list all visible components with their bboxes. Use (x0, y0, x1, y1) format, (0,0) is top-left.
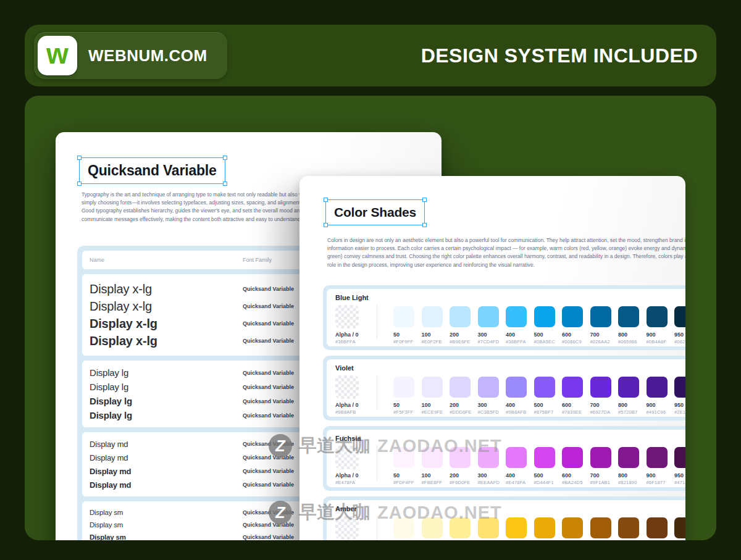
shade-hex: #0086C9 (562, 339, 590, 345)
color-swatch (506, 517, 527, 538)
alpha-label: Alpha / 0 (335, 472, 369, 479)
alpha-swatch (335, 375, 359, 399)
shade-cell: 300#7CD4FD (478, 305, 506, 345)
shade-cell: 200#B9E6FE (450, 305, 478, 345)
shade-step: 600 (562, 472, 590, 479)
selection-handle[interactable] (324, 223, 328, 227)
shade-cell: 500#875BF7 (534, 375, 563, 415)
shade-step: 700 (590, 472, 619, 479)
shade-step: 200 (450, 332, 478, 338)
selection-handle[interactable] (324, 198, 328, 202)
shade-hex: #DDD6FE (450, 409, 478, 415)
shade-cell: 400#36BFFA (506, 305, 534, 345)
shade-step: 800 (618, 332, 647, 338)
shade-cell: 100#E0F2FE (422, 305, 450, 345)
color-swatch (478, 447, 499, 468)
shade-hex: #2E125E (674, 409, 685, 415)
alpha-label: Alpha / 0 (335, 402, 369, 408)
shade-step: 300 (478, 402, 506, 408)
color-swatch (534, 306, 555, 327)
shade-step: 300 (478, 472, 506, 479)
selection-handle[interactable] (422, 198, 427, 202)
color-swatch (393, 447, 414, 468)
swatch-row: Alpha / 0#36BFFA50#F0F9FF100#E0F2FE200#B… (335, 305, 685, 345)
color-swatch (618, 306, 639, 327)
shade-hex: #36BFFA (506, 339, 534, 345)
color-swatch (506, 377, 527, 398)
type-row-name: Display lg (90, 382, 243, 392)
shade-step: 300 (478, 332, 506, 338)
color-swatch (590, 517, 611, 538)
description-line: role in the design process, improving us… (327, 261, 685, 269)
shade-step: 200 (450, 402, 478, 408)
selection-frame-colors[interactable]: Color Shades (325, 199, 425, 225)
color-swatch (562, 306, 583, 327)
shade-cell: 900#6F1877 (647, 446, 675, 485)
type-row-name: Display sm (90, 509, 243, 516)
color-swatch (534, 447, 555, 468)
shade-step: 950 (674, 332, 685, 338)
shade-step: 50 (393, 402, 422, 408)
shade-hex: #E478FA (506, 480, 534, 485)
color-swatch (647, 306, 668, 327)
shade-step: 950 (674, 402, 685, 408)
color-swatch (647, 517, 668, 538)
color-group-label: Violet (335, 364, 685, 372)
selection-handle[interactable] (77, 182, 82, 186)
shade-hex: #EEAAFD (478, 480, 506, 485)
selection-handle[interactable] (422, 223, 427, 227)
description-line: Colors in design are not only an aesthet… (327, 236, 685, 244)
color-swatch (647, 377, 668, 398)
swatch-row: Alpha / 0#E478FA50#FDF4FF100#FBE8FF200#F… (335, 446, 685, 485)
type-row-name: Display md (90, 440, 243, 449)
alpha-cell: Alpha / 0 (335, 516, 369, 540)
selection-handle[interactable] (223, 156, 227, 160)
color-group-card: Blue LightAlpha / 0#36BFFA50#F0F9FF100#E… (327, 289, 685, 346)
shade-cell: 600#7839EE (562, 375, 590, 415)
shade-cell: 50#FEFBE8 (393, 516, 422, 540)
selection-frame-typography[interactable]: Quicksand Variable (79, 157, 225, 184)
shade-step: 400 (506, 332, 534, 338)
shade-hex: #B9E6FE (450, 339, 478, 345)
swatch-row: Alpha / 0#9B8AFB50#F5F3FF100#ECE9FE200#D… (335, 375, 685, 415)
shade-cell: 50#F0F9FF (393, 305, 422, 345)
color-swatch (422, 306, 443, 327)
color-swatch (590, 377, 611, 398)
colors-page: Color Shades Colors in design are not on… (299, 176, 685, 540)
shade-hex: #6F1877 (647, 480, 675, 485)
type-row-name: Display md (90, 453, 243, 462)
shade-hex: #47104C (674, 480, 685, 485)
color-swatch (450, 377, 471, 398)
shade-step: 50 (393, 332, 422, 338)
color-swatch (478, 377, 499, 398)
shade-hex: #FBE8FF (422, 480, 450, 485)
shade-cell: 600#CA8504 (562, 516, 590, 540)
shade-cell: 200#FEEE95 (450, 516, 478, 540)
shade-hex: #7CD4FD (478, 339, 506, 345)
swatch-divider (377, 305, 377, 340)
color-swatch (674, 517, 685, 538)
shade-step: 700 (590, 332, 619, 338)
type-row-name: Display x-lg (90, 299, 243, 314)
selection-handle[interactable] (77, 156, 82, 160)
shade-cell: 600#BA24D5 (562, 446, 590, 485)
shade-hex: #FDF4FF (393, 480, 422, 485)
shade-cell: 800#821890 (618, 446, 647, 485)
shade-hex: #C3B5FD (478, 409, 506, 415)
alpha-cell: Alpha / 0#9B8AFB (335, 375, 369, 415)
color-swatch (562, 447, 583, 468)
shade-cell: 700#026AA2 (590, 305, 619, 345)
shade-hex: #BA24D5 (562, 480, 590, 485)
type-row-name: Display md (90, 467, 243, 476)
shade-hex: #9B8AFB (506, 409, 534, 415)
selection-handle[interactable] (223, 182, 227, 186)
alpha-swatch (335, 305, 359, 328)
color-swatch (450, 306, 471, 327)
site-name: WEBNUM.COM (88, 46, 207, 65)
shade-step: 500 (534, 402, 563, 408)
swatch-divider (377, 516, 377, 540)
type-row-name: Display x-lg (90, 334, 243, 348)
alpha-cell: Alpha / 0#36BFFA (335, 305, 369, 345)
type-row-name: Display x-lg (90, 282, 243, 296)
color-group-card: FuchsiaAlpha / 0#E478FA50#FDF4FF100#FBE8… (327, 430, 685, 487)
